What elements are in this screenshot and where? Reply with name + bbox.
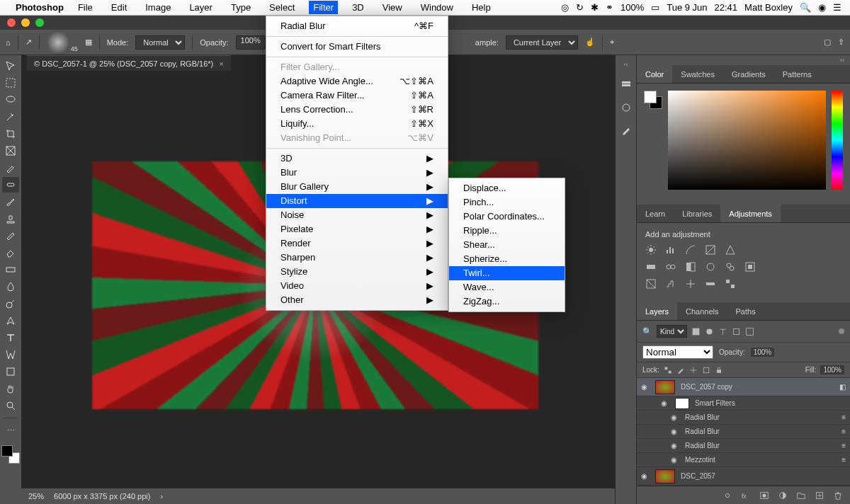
zoom-tool[interactable] xyxy=(2,398,19,413)
finger-icon[interactable]: ☝ xyxy=(585,38,595,47)
posterize-icon[interactable] xyxy=(665,278,676,290)
doc-dimensions[interactable]: 6000 px x 3375 px (240 ppi) xyxy=(54,492,150,500)
healing-tool[interactable] xyxy=(2,177,19,193)
exposure-icon[interactable] xyxy=(705,244,716,256)
layer-row[interactable]: ◉ DSC_2057 xyxy=(637,467,850,486)
menu-image[interactable]: Image xyxy=(141,1,175,14)
distort-displace[interactable]: Displace... xyxy=(449,181,565,195)
filter-search-icon[interactable]: 🔍 xyxy=(642,327,652,336)
filter-adaptive-wide[interactable]: Adaptive Wide Angle...⌥⇧⌘A xyxy=(266,74,448,88)
layer-thumb[interactable] xyxy=(675,398,689,409)
blur-tool[interactable] xyxy=(2,279,19,294)
filter-distort-submenu[interactable]: Distort▶ xyxy=(266,194,448,208)
type-tool[interactable] xyxy=(2,330,19,345)
blend-mode-select[interactable]: Normal xyxy=(642,345,713,359)
group-icon[interactable] xyxy=(796,491,806,500)
new-layer-icon[interactable] xyxy=(815,491,824,500)
brightness-icon[interactable] xyxy=(645,244,657,256)
layer-opacity[interactable]: 100% xyxy=(751,348,775,357)
menu-edit[interactable]: Edit xyxy=(107,1,131,14)
tab-libraries[interactable]: Libraries xyxy=(674,205,720,222)
hand-tool[interactable] xyxy=(2,381,19,396)
menu-window[interactable]: Window xyxy=(416,1,458,14)
edit-toolbar[interactable]: ⋯ xyxy=(2,423,19,438)
bluetooth-icon[interactable]: ✱ xyxy=(591,2,599,13)
marquee-tool[interactable] xyxy=(2,75,19,91)
layer-row[interactable]: ◉ Radial Blur ≡ xyxy=(637,439,850,453)
sample-select[interactable]: Current Layer xyxy=(506,35,578,50)
filter-last[interactable]: Radial Blur^⌘F xyxy=(266,19,448,33)
move-tool[interactable] xyxy=(2,58,19,74)
layer-row[interactable]: ◉ Radial Blur ≡ xyxy=(637,425,850,439)
colorbalance-icon[interactable] xyxy=(665,261,676,273)
visibility-icon[interactable]: ◉ xyxy=(671,413,679,421)
time-label[interactable]: 22:41 xyxy=(715,2,738,13)
bw-icon[interactable] xyxy=(685,261,696,273)
filter-type-icon[interactable] xyxy=(718,327,727,336)
maximize-window[interactable] xyxy=(35,18,44,27)
spotlight-icon[interactable]: 🔍 xyxy=(800,2,811,13)
cc-icon[interactable]: ◎ xyxy=(561,2,569,13)
notifications-icon[interactable]: ☰ xyxy=(833,2,842,13)
filter-settings-icon[interactable]: ≡ xyxy=(842,456,846,464)
distort-ripple[interactable]: Ripple... xyxy=(449,224,565,238)
layer-row[interactable]: ◉ Mezzotint ≡ xyxy=(637,453,850,467)
wifi-icon[interactable]: ⚭ xyxy=(606,2,613,13)
link-icon[interactable] xyxy=(722,491,732,500)
tab-patterns[interactable]: Patterns xyxy=(774,65,820,83)
menu-select[interactable]: Select xyxy=(265,1,299,14)
layer-filter-kind[interactable]: Kind xyxy=(657,325,687,338)
tab-channels[interactable]: Channels xyxy=(677,302,727,320)
photofilter-icon[interactable] xyxy=(705,261,716,273)
invert-icon[interactable] xyxy=(645,278,657,290)
brush-preview[interactable] xyxy=(47,31,69,54)
filter-settings-icon[interactable]: ≡ xyxy=(842,428,846,435)
tab-color[interactable]: Color xyxy=(637,65,672,83)
lock-all-icon[interactable] xyxy=(715,366,723,374)
adjustment-icon[interactable] xyxy=(778,491,788,500)
lock-paint-icon[interactable] xyxy=(676,366,685,374)
layer-thumb[interactable] xyxy=(655,469,675,483)
filter-video-submenu[interactable]: Video▶ xyxy=(266,279,448,293)
eyedropper-tool[interactable] xyxy=(2,160,19,176)
menu-view[interactable]: View xyxy=(378,1,407,14)
color-field[interactable] xyxy=(668,91,826,190)
lock-pos-icon[interactable] xyxy=(689,366,698,374)
battery-icon[interactable]: ▭ xyxy=(651,2,659,13)
dodge-tool[interactable] xyxy=(2,296,19,311)
app-name[interactable]: Photoshop xyxy=(16,2,64,13)
brushes-icon[interactable] xyxy=(620,125,632,137)
distort-zigzag[interactable]: ZigZag... xyxy=(449,294,565,309)
gradient-tool[interactable] xyxy=(2,262,19,277)
visibility-icon[interactable]: ◉ xyxy=(641,383,650,391)
tab-learn[interactable]: Learn xyxy=(637,205,674,222)
filter-camera-raw[interactable]: Camera Raw Filter...⇧⌘A xyxy=(266,88,448,103)
filter-stylize-submenu[interactable]: Stylize▶ xyxy=(266,265,448,279)
target-icon[interactable]: ⌖ xyxy=(610,38,614,47)
filter-settings-icon[interactable]: ≡ xyxy=(842,442,846,449)
close-tab-icon[interactable]: × xyxy=(219,59,223,68)
menu-type[interactable]: Type xyxy=(227,1,255,14)
menu-help[interactable]: Help xyxy=(468,1,495,14)
timemachine-icon[interactable]: ↻ xyxy=(576,2,584,13)
layer-row[interactable]: ◉ Radial Blur ≡ xyxy=(637,411,850,425)
tab-gradients[interactable]: Gradients xyxy=(723,65,774,83)
siri-icon[interactable]: ◉ xyxy=(818,2,826,13)
panels-collapse[interactable]: ›› xyxy=(637,55,850,65)
crop-tool[interactable] xyxy=(2,126,19,142)
visibility-icon[interactable]: ◉ xyxy=(671,442,679,449)
collapse-toggle[interactable]: ‹‹ xyxy=(624,59,628,69)
hue-slider[interactable] xyxy=(832,91,843,190)
curves-icon[interactable] xyxy=(685,244,696,256)
home-icon[interactable]: ⌂ xyxy=(6,38,11,47)
filter-shape-icon[interactable] xyxy=(732,327,741,336)
mode-select[interactable]: Normal xyxy=(135,35,185,50)
stamp-tool[interactable] xyxy=(2,211,19,227)
delete-icon[interactable] xyxy=(833,491,843,500)
distort-twirl[interactable]: Twirl... xyxy=(449,266,565,280)
filter-3d-submenu[interactable]: 3D▶ xyxy=(266,151,448,166)
wand-tool[interactable] xyxy=(2,109,19,125)
layer-row[interactable]: ◉ DSC_2057 copy ◧ xyxy=(637,378,850,396)
shape-tool[interactable] xyxy=(2,364,19,379)
lasso-tool[interactable] xyxy=(2,92,19,108)
